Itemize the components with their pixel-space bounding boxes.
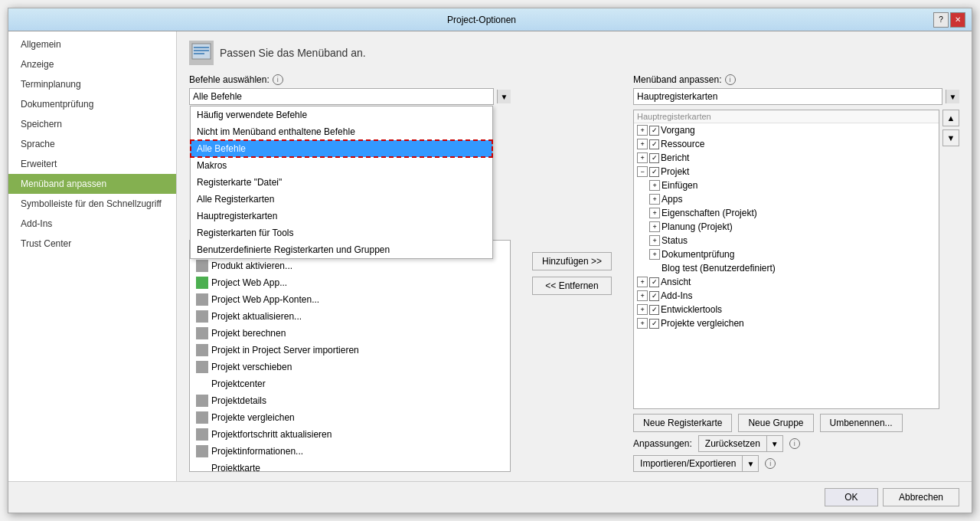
tree-item-dokumentpruefung[interactable]: + Dokumentprüfung (634, 247, 939, 261)
left-listbox[interactable]: — Probleme Produkt aktivieren... Project… (190, 241, 510, 471)
expand-icon[interactable]: − (637, 166, 648, 177)
down-arrow-button[interactable]: ▼ (942, 129, 959, 146)
reset-button-label[interactable]: Zurücksetzen (699, 436, 767, 451)
new-tab-button[interactable]: Neue Registerkarte (633, 414, 732, 432)
reset-info-icon[interactable]: i (789, 438, 800, 449)
dropdown-option-2[interactable]: Alle Befehle (191, 140, 492, 157)
list-item-importieren[interactable]: Projekt in Project Server importieren (190, 342, 510, 359)
import-export-info-icon[interactable]: i (765, 458, 776, 469)
dropdown-option-6[interactable]: Hauptregisterkarten (191, 208, 492, 224)
tree-checkbox[interactable]: ✓ (649, 305, 659, 315)
list-item-fortschritt[interactable]: Projektfortschritt aktualisieren (190, 426, 510, 443)
dropdown-option-3[interactable]: Makros (191, 157, 492, 174)
cancel-button[interactable]: Abbrechen (883, 488, 959, 506)
sidebar-item-anzeige[interactable]: Anzeige (8, 54, 176, 74)
sidebar-item-trustcenter[interactable]: Trust Center (8, 234, 176, 254)
ok-button[interactable]: OK (825, 488, 878, 506)
tree-item-status[interactable]: + Status (634, 234, 939, 247)
tree-item-einfuegen[interactable]: + Einfügen (634, 179, 939, 192)
expand-icon[interactable]: + (637, 318, 648, 329)
tree-item-vorgang[interactable]: + ✓ Vorgang (634, 123, 939, 137)
up-arrow-button[interactable]: ▲ (942, 110, 959, 126)
import-export-split-button[interactable]: Importieren/Exportieren ▼ (633, 455, 759, 472)
right-dropdown[interactable]: Hauptregisterkarten (633, 88, 942, 105)
tree-checkbox[interactable]: ✓ (649, 277, 659, 287)
list-item-aktualisieren[interactable]: Projekt aktualisieren... (190, 308, 510, 325)
remove-button[interactable]: << Entfernen (532, 277, 612, 295)
help-button[interactable]: ? (933, 12, 949, 28)
tree-item-entwicklertools[interactable]: + ✓ Entwicklertools (634, 303, 939, 316)
left-dropdown-arrow[interactable]: ▼ (497, 90, 511, 103)
add-button[interactable]: Hinzufügen >> (532, 252, 612, 270)
list-item-berechnen[interactable]: Projekt berechnen (190, 325, 510, 342)
expand-icon[interactable]: + (637, 152, 648, 163)
import-export-arrow[interactable]: ▼ (743, 456, 758, 471)
sidebar-item-menuband[interactable]: Menüband anpassen (8, 174, 176, 194)
left-info-icon[interactable]: i (273, 74, 283, 85)
rename-button[interactable]: Umbenennen... (820, 414, 903, 432)
list-item-projektdetails[interactable]: Projektdetails (190, 392, 510, 409)
dropdown-option-7[interactable]: Registerkarten für Tools (191, 224, 492, 241)
right-info-icon[interactable]: i (725, 74, 736, 85)
dropdown-option-8[interactable]: Benutzerdefinierte Registerkarten und Gr… (191, 241, 492, 258)
left-dropdown[interactable]: Alle Befehle Häufig verwendete Befehle N… (189, 88, 494, 105)
list-item-webappkonten[interactable]: Project Web App-Konten... (190, 291, 510, 308)
tree-item-addins[interactable]: + ✓ Add-Ins (634, 289, 939, 303)
tree-item-eigenschaften[interactable]: + Eigenschaften (Projekt) (634, 206, 939, 220)
expand-icon[interactable]: + (649, 180, 660, 191)
expand-icon[interactable]: + (649, 208, 660, 218)
new-group-button[interactable]: Neue Gruppe (738, 414, 813, 432)
tree-checkbox[interactable]: ✓ (649, 167, 659, 177)
expand-icon[interactable]: + (637, 125, 648, 136)
sidebar-item-speichern[interactable]: Speichern (8, 114, 176, 134)
tree-item-projekte-vergleichen[interactable]: + ✓ Projekte vergleichen (634, 316, 939, 330)
list-item-karte[interactable]: Projektkarte (190, 460, 510, 471)
close-button[interactable]: ✕ (950, 12, 965, 28)
expand-icon[interactable]: + (637, 304, 648, 315)
dropdown-option-4[interactable]: Registerkarte "Datei" (191, 174, 492, 191)
list-item-projekte-vergleichen[interactable]: Projekte vergleichen (190, 409, 510, 426)
dropdown-option-5[interactable]: Alle Registerkarten (191, 191, 492, 208)
list-item-projektcenter[interactable]: Projektcenter (190, 375, 510, 392)
tree-checkbox[interactable]: ✓ (649, 126, 659, 136)
dropdown-option-1[interactable]: Nicht im Menüband enthaltene Befehle (191, 123, 492, 140)
tree-checkbox[interactable]: ✓ (649, 319, 659, 329)
expand-icon[interactable]: + (649, 249, 660, 260)
sidebar-item-addins[interactable]: Add-Ins (8, 214, 176, 234)
list-item-info[interactable]: Projektinformationen... (190, 443, 510, 460)
dropdown-option-0[interactable]: Häufig verwendete Befehle (191, 106, 492, 123)
tree-item-projekt[interactable]: − ✓ Projekt (634, 165, 939, 179)
tree-item-bericht[interactable]: + ✓ Bericht (634, 151, 939, 165)
tree-checkbox[interactable]: ✓ (649, 153, 659, 163)
sidebar-item-symbolleiste[interactable]: Symbolleiste für den Schnellzugriff (8, 194, 176, 214)
expand-icon[interactable]: + (637, 139, 648, 149)
import-export-label[interactable]: Importieren/Exportieren (634, 456, 743, 471)
list-item-produkt[interactable]: Produkt aktivieren... (190, 257, 510, 274)
tree-item-ansicht[interactable]: + ✓ Ansicht (634, 275, 939, 289)
expand-icon[interactable]: + (637, 277, 648, 287)
sidebar-item-erweitert[interactable]: Erweitert (8, 154, 176, 174)
right-dropdown-arrow[interactable]: ▼ (946, 90, 959, 103)
sidebar-item-sprache[interactable]: Sprache (8, 134, 176, 154)
expand-icon[interactable]: + (649, 221, 660, 232)
reset-split-button[interactable]: Zurücksetzen ▼ (698, 435, 783, 452)
list-item-webapp[interactable]: Project Web App... (190, 274, 510, 291)
list-item-verschieben[interactable]: Projekt verschieben (190, 359, 510, 375)
tree-checkbox[interactable]: ✓ (649, 291, 659, 301)
dialog-title: Project-Optionen (30, 15, 933, 25)
sidebar-item-terminplanung[interactable]: Terminplanung (8, 74, 176, 94)
tree-item-ressource[interactable]: + ✓ Ressource (634, 137, 939, 151)
tree-item-apps[interactable]: + Apps (634, 192, 939, 206)
tree-item-planung[interactable]: + Planung (Projekt) (634, 220, 939, 234)
expand-icon[interactable]: + (637, 290, 648, 301)
reset-dropdown-arrow[interactable]: ▼ (767, 436, 782, 451)
left-label: Befehle auswählen: i (189, 74, 511, 85)
sidebar-item-allgemein[interactable]: Allgemein (8, 34, 176, 54)
item-icon (196, 260, 208, 272)
right-listbox[interactable]: Hauptregisterkarten + ✓ Vorgang + ✓ Ress… (633, 110, 939, 409)
tree-item-blogtest[interactable]: Blog test (Benutzerdefiniert) (634, 261, 939, 275)
sidebar-item-dokumentpruefung[interactable]: Dokumentprüfung (8, 94, 176, 114)
expand-icon[interactable]: + (649, 194, 660, 205)
expand-icon[interactable]: + (649, 235, 660, 246)
tree-checkbox[interactable]: ✓ (649, 139, 659, 149)
